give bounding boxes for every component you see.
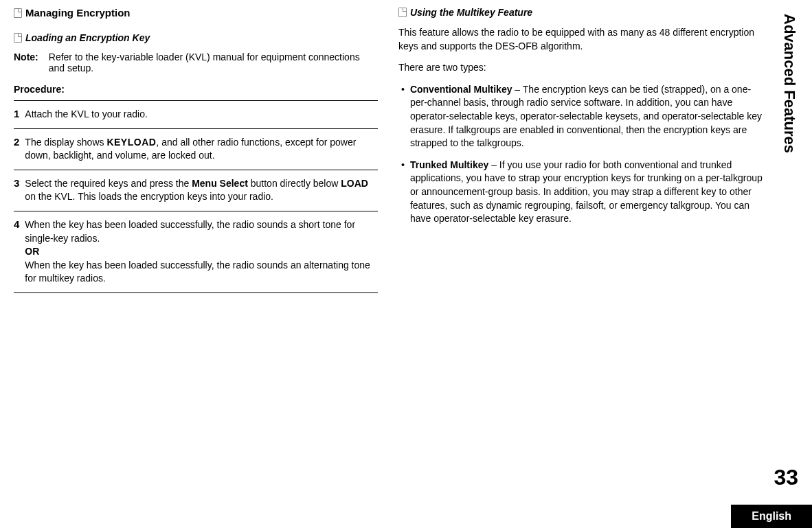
step-item: 4 When the key has been loaded successfu… (14, 211, 378, 293)
left-column: Managing Encryption Loading an Encryptio… (14, 7, 378, 494)
subsection-heading: Loading an Encryption Key (14, 32, 378, 43)
bullet-dot: • (398, 159, 405, 226)
step-number: 1 (14, 108, 19, 122)
bullet-label: Conventional Multikey (410, 84, 512, 95)
step-item: 2 The display shows KEYLOAD, and all oth… (14, 129, 378, 170)
page-number: 33 (774, 465, 798, 490)
bullet-item: • Conventional Multikey – The encryption… (398, 83, 763, 150)
page-content: Managing Encryption Loading an Encryptio… (0, 0, 812, 501)
bullet-text: Conventional Multikey – The encryption k… (410, 83, 763, 150)
right-column: Using the Multikey Feature This feature … (398, 7, 763, 494)
bullet-item: • Trunked Multikey – If you use your rad… (398, 159, 763, 226)
step-number: 2 (14, 136, 19, 163)
subheading-text: Using the Multikey Feature (410, 7, 532, 18)
note-label: Note: (14, 51, 38, 73)
subsection-heading: Using the Multikey Feature (398, 7, 763, 18)
bold-text: Menu Select (192, 178, 248, 189)
bullet-dot: • (398, 83, 405, 150)
step-number: 3 (14, 177, 19, 204)
note-block: Note: Refer to the key-variable loader (… (14, 51, 378, 73)
note-text: Refer to the key-variable loader (KVL) m… (49, 51, 378, 73)
or-text: OR (25, 246, 39, 257)
procedure-label: Procedure: (14, 84, 378, 95)
step-text: Attach the KVL to your radio. (25, 108, 378, 122)
document-icon (14, 33, 22, 43)
step-text: When the key has been loaded successfull… (25, 218, 378, 286)
subheading-text: Loading an Encryption Key (25, 32, 150, 43)
paragraph: This feature allows the radio to be equi… (398, 26, 763, 53)
document-icon (14, 8, 22, 18)
step-number: 4 (14, 218, 19, 286)
sidebar-chapter-title: Advanced Features (780, 14, 798, 153)
bullet-label: Trunked Multikey (410, 159, 488, 170)
display-keyword: KEYLOAD (106, 137, 156, 148)
step-list: 1 Attach the KVL to your radio. 2 The di… (14, 100, 378, 293)
step-text: Select the required keys and press the M… (25, 177, 378, 204)
step-text: The display shows KEYLOAD, and all other… (25, 136, 378, 163)
step-item: 1 Attach the KVL to your radio. (14, 100, 378, 129)
footer-language: English (731, 505, 812, 528)
bullet-list: • Conventional Multikey – The encryption… (398, 83, 763, 226)
section-heading: Managing Encryption (14, 7, 378, 19)
bold-text: LOAD (341, 178, 368, 189)
heading-text: Managing Encryption (25, 7, 131, 19)
bullet-text: Trunked Multikey – If you use your radio… (410, 159, 763, 226)
paragraph: There are two types: (398, 61, 763, 75)
step-item: 3 Select the required keys and press the… (14, 170, 378, 211)
document-icon (398, 8, 407, 17)
